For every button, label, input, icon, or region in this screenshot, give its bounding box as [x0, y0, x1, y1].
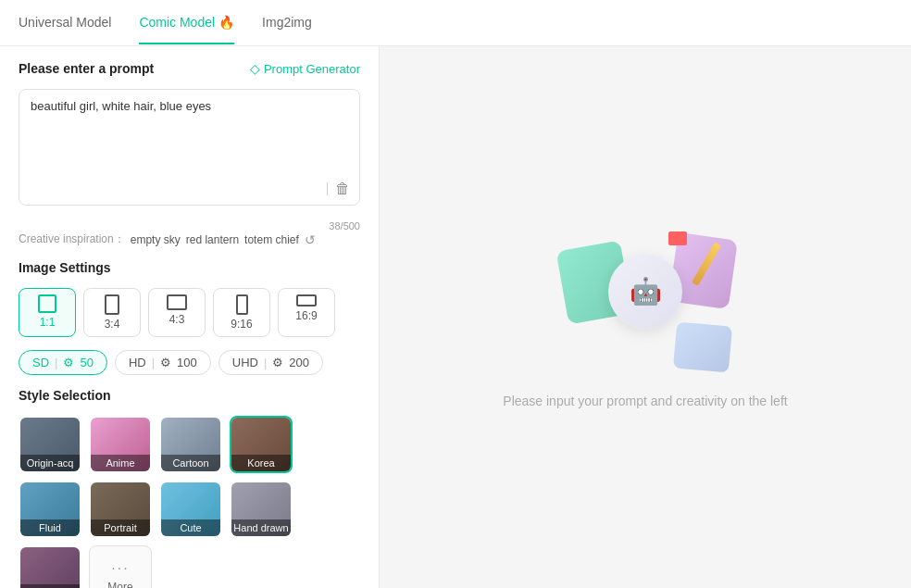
style-cute[interactable]: Cute — [159, 481, 222, 538]
ratio-1-1-button[interactable]: 1:1 — [19, 288, 76, 337]
ratio-9-16-button[interactable]: 9:16 — [213, 288, 270, 337]
style-portrait-label: Portrait — [91, 519, 150, 536]
ratio-3-4-label: 3:4 — [105, 318, 120, 331]
style-more-button[interactable]: ··· More — [89, 545, 152, 588]
ratio-3-4-button[interactable]: 3:4 — [83, 288, 141, 337]
style-anime-label: Anime — [91, 455, 150, 471]
ratio-square-icon — [38, 294, 56, 313]
tab-universal-label: Universal Model — [19, 15, 111, 30]
style-anime[interactable]: Anime — [89, 416, 152, 473]
style-xianxia[interactable]: Xianxia — [19, 545, 81, 588]
textarea-actions: 🗑 — [327, 181, 350, 197]
dots-icon: ··· — [111, 560, 129, 577]
illustration: 🤖 — [553, 227, 738, 375]
style-xianxia-thumb: Xianxia — [20, 547, 80, 588]
tab-img2img-label: Img2img — [262, 15, 312, 30]
ratio-1-1-label: 1:1 — [40, 316, 56, 329]
illustration-robot: 🤖 — [608, 255, 682, 329]
style-korea[interactable]: Korea — [230, 416, 293, 473]
style-xianxia-label: Xianxia — [20, 584, 80, 588]
tab-universal-model[interactable]: Universal Model — [19, 2, 111, 44]
quality-hd-steps: 100 — [177, 356, 197, 369]
inspiration-tag-2[interactable]: red lantern — [186, 233, 239, 246]
style-selection-title: Style Selection — [19, 388, 111, 403]
quality-uhd-steps: 200 — [289, 356, 309, 369]
fire-icon: 🔥 — [218, 15, 234, 30]
ratio-4-3-button[interactable]: 4:3 — [148, 288, 206, 337]
image-settings-title: Image Settings — [19, 260, 111, 275]
main-layout: Please enter a prompt ◇ Prompt Generator… — [0, 46, 911, 588]
style-cartoon[interactable]: Cartoon — [159, 416, 222, 473]
style-fluid-thumb: Fluid — [20, 482, 80, 536]
style-origin-label: Origin-acq — [20, 455, 80, 471]
prompt-section-title: Please enter a prompt — [19, 61, 154, 76]
style-origin-acq[interactable]: Origin-acq — [19, 416, 81, 473]
prompt-generator-link[interactable]: ◇ Prompt Generator — [250, 61, 360, 76]
inspiration-label: Creative inspiration： — [19, 231, 125, 247]
style-cute-thumb: Cute — [161, 482, 220, 536]
ratio-landscape43-icon — [167, 294, 187, 310]
prompt-generator-label: Prompt Generator — [264, 62, 360, 76]
left-panel: Please enter a prompt ◇ Prompt Generator… — [0, 46, 380, 588]
style-handdrawn-label: Hand drawn — [231, 519, 291, 536]
quality-hd-label: HD — [129, 356, 146, 369]
style-korea-label: Korea — [231, 455, 291, 471]
steps-icon-uhd: ⚙ — [272, 356, 283, 369]
inspiration-tag-3[interactable]: totem chief — [244, 233, 299, 246]
ratio-4-3-label: 4:3 — [169, 313, 185, 326]
divider — [327, 182, 328, 195]
style-fluid-label: Fluid — [20, 519, 80, 536]
top-navigation: Universal Model Comic Model 🔥 Img2img — [0, 0, 911, 46]
ratio-landscape169-icon — [296, 294, 317, 307]
illustration-flag — [668, 231, 687, 245]
ratio-16-9-button[interactable]: 16:9 — [278, 288, 335, 337]
style-selection-header: Style Selection — [19, 388, 360, 403]
style-anime-thumb: Anime — [91, 418, 150, 471]
quality-hd-button[interactable]: HD | ⚙ 100 — [115, 350, 211, 375]
inspiration-tag-1[interactable]: empty sky — [131, 233, 181, 246]
ratio-portrait916-icon — [236, 294, 248, 315]
creative-inspiration: Creative inspiration： empty sky red lant… — [19, 231, 360, 247]
quality-uhd-button[interactable]: UHD | ⚙ 200 — [218, 350, 323, 375]
ratio-16-9-label: 16:9 — [295, 309, 317, 322]
style-portrait-thumb: Portrait — [91, 482, 150, 536]
tab-comic-label: Comic Model — [139, 15, 215, 30]
char-count-text: 38/500 — [19, 220, 360, 231]
prompt-input[interactable] — [31, 99, 348, 173]
ratio-portrait-icon — [105, 294, 119, 315]
prompt-textarea-wrap: 🗑 — [19, 89, 360, 206]
robot-face-icon: 🤖 — [630, 276, 662, 307]
style-cute-label: Cute — [161, 519, 220, 536]
style-handdrawn-thumb: Hand drawn — [231, 482, 291, 536]
clear-prompt-button[interactable]: 🗑 — [335, 181, 350, 197]
prompt-header: Please enter a prompt ◇ Prompt Generator — [19, 61, 360, 76]
style-more-label: More — [107, 581, 132, 588]
tab-comic-model[interactable]: Comic Model 🔥 — [139, 2, 234, 44]
quality-sd-button[interactable]: SD | ⚙ 50 — [19, 350, 107, 375]
illustration-panel-bottom — [673, 321, 732, 372]
ratio-grid: 1:1 3:4 4:3 9:16 16:9 — [19, 288, 360, 337]
style-portrait[interactable]: Portrait — [89, 481, 152, 538]
char-count: 38/500 Creative inspiration： empty sky r… — [19, 219, 360, 247]
style-korea-thumb: Korea — [231, 418, 291, 471]
refresh-inspiration-icon[interactable]: ↺ — [305, 232, 316, 247]
steps-icon-hd: ⚙ — [160, 356, 171, 369]
quality-sd-label: SD — [32, 356, 49, 369]
ratio-9-16-label: 9:16 — [231, 318, 252, 331]
style-origin-thumb: Origin-acq — [20, 418, 80, 471]
style-hand-drawn[interactable]: Hand drawn — [230, 481, 293, 538]
right-panel: 🤖 Please input your prompt and creativit… — [380, 46, 911, 588]
style-cartoon-thumb: Cartoon — [161, 418, 220, 471]
steps-icon-sd: ⚙ — [63, 356, 74, 369]
style-cartoon-label: Cartoon — [161, 455, 220, 471]
quality-sd-steps: 50 — [80, 356, 93, 369]
image-settings-header: Image Settings — [19, 260, 360, 275]
style-grid: Origin-acq Anime Cartoon Korea F — [19, 416, 360, 588]
tab-img2img[interactable]: Img2img — [262, 2, 312, 44]
style-fluid[interactable]: Fluid — [19, 481, 81, 538]
diamond-icon: ◇ — [250, 61, 260, 76]
quality-row: SD | ⚙ 50 HD | ⚙ 100 UHD | ⚙ 200 — [19, 350, 360, 375]
empty-state-hint: Please input your prompt and creativity … — [503, 394, 787, 408]
quality-uhd-label: UHD — [232, 356, 258, 369]
image-settings-section: Image Settings — [19, 260, 360, 275]
